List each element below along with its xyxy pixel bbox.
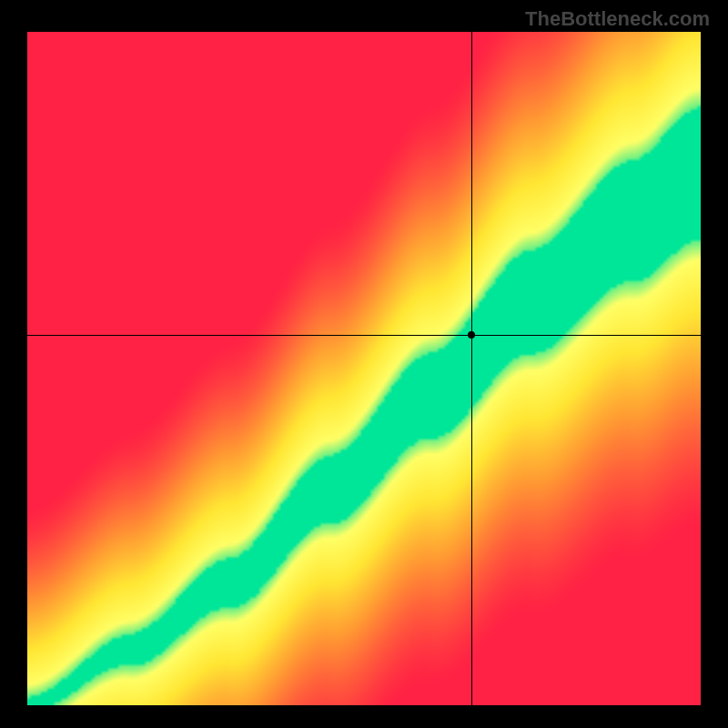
marker-dot: [468, 331, 475, 339]
bottleneck-heatmap: [27, 32, 701, 705]
crosshair-horizontal: [27, 335, 701, 336]
heatmap-canvas: [27, 32, 701, 705]
crosshair-vertical: [471, 32, 472, 705]
watermark-text: TheBottleneck.com: [525, 7, 710, 31]
